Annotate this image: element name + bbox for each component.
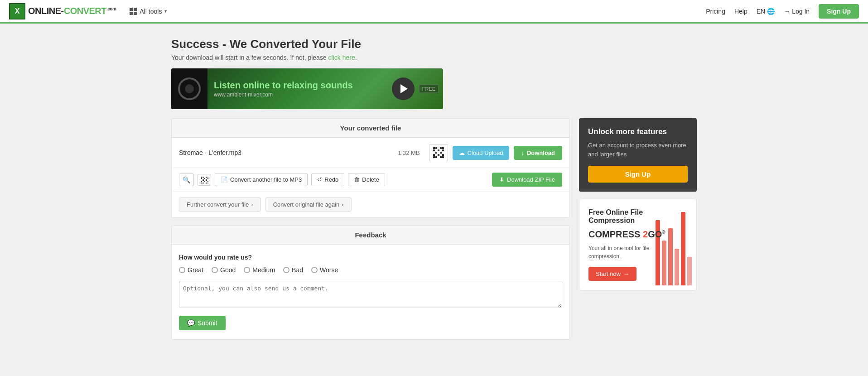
- suffix: .: [355, 54, 357, 61]
- convert-another-button[interactable]: 📄 Convert another file to MP3: [215, 173, 308, 186]
- rating-great-label: Great: [188, 266, 203, 274]
- submit-label: Submit: [198, 319, 217, 327]
- all-tools-label: All tools: [140, 8, 162, 15]
- download-zip-button[interactable]: ⬇ Download ZIP File: [492, 173, 562, 187]
- download-arrow-icon: ↓: [521, 149, 524, 156]
- compress-ad-title: Free Online File Compression: [588, 208, 687, 225]
- rating-bad-label: Bad: [292, 266, 303, 274]
- compress-ad-inner: Free Online File Compression COMPRESS 2G…: [579, 199, 696, 290]
- further-convert-button[interactable]: Further convert your file ›: [179, 197, 261, 212]
- delete-button[interactable]: 🗑 Delete: [348, 173, 385, 186]
- redo-label: Redo: [324, 176, 338, 183]
- chevron-down-icon: ▾: [164, 9, 167, 14]
- radio-great: [179, 267, 185, 273]
- further-convert-label: Further convert your file: [187, 201, 249, 208]
- further-convert-row: Further convert your file › Convert orig…: [172, 192, 569, 217]
- convert-another-label: Convert another file to MP3: [230, 176, 302, 183]
- ad-text-area: Listen online to relaxing sounds www.amb…: [207, 76, 387, 102]
- language-label: EN: [757, 8, 765, 15]
- delete-label: Delete: [362, 176, 379, 183]
- signup-button[interactable]: Sign Up: [819, 4, 859, 19]
- trash-icon: 🗑: [354, 176, 360, 183]
- ad-speaker-icon: [171, 68, 207, 109]
- compress-ad: Free Online File Compression COMPRESS 2G…: [579, 199, 697, 290]
- convert-again-arrow-icon: ›: [342, 201, 343, 208]
- rating-option-worse[interactable]: Worse: [311, 266, 338, 274]
- main-layout: Your converted file Stromae - L'enfer.mp…: [171, 118, 697, 340]
- unlock-signup-button[interactable]: Sign Up: [588, 166, 688, 183]
- download-button[interactable]: ↓ Download: [514, 146, 562, 160]
- all-tools-button[interactable]: All tools ▾: [125, 5, 171, 18]
- radio-medium: [244, 267, 250, 273]
- redo-icon: ↺: [317, 176, 322, 183]
- grid-icon: [130, 8, 137, 15]
- login-button[interactable]: → Log In: [784, 8, 810, 15]
- file-icon: 📄: [221, 176, 228, 183]
- compress-bar-6: [687, 257, 692, 285]
- qr-small-button[interactable]: [198, 174, 211, 186]
- search-icon: 🔍: [183, 176, 190, 183]
- submit-button[interactable]: 💬 Submit: [179, 316, 226, 330]
- ad-play-button[interactable]: [392, 77, 415, 100]
- comment-icon: 💬: [187, 319, 195, 327]
- rating-option-medium[interactable]: Medium: [244, 266, 275, 274]
- radio-good: [212, 267, 218, 273]
- cloud-upload-label: Cloud Upload: [468, 149, 503, 156]
- radio-worse: [311, 267, 318, 273]
- help-link[interactable]: Help: [734, 8, 747, 15]
- rating-worse-label: Worse: [320, 266, 338, 274]
- rating-medium-label: Medium: [252, 266, 275, 274]
- convert-again-button[interactable]: Convert original file again ›: [265, 197, 352, 212]
- compress-reg: ®: [662, 230, 665, 235]
- pricing-link[interactable]: Pricing: [706, 8, 725, 15]
- file-info-row: Stromae - L'enfer.mp3 1.32 MB ☁: [172, 138, 569, 168]
- feedback-header: Feedback: [172, 226, 569, 245]
- ad-main-text: Listen online to relaxing sounds: [214, 80, 381, 91]
- ad-free-badge: FREE: [419, 85, 439, 93]
- compress-bar-4: [675, 249, 679, 285]
- header-right: Pricing Help EN 🌐 → Log In Sign Up: [706, 4, 859, 19]
- unlock-title: Unlock more features: [588, 127, 688, 136]
- file-size: 1.32 MB: [398, 149, 420, 156]
- login-arrow-icon: →: [784, 8, 790, 15]
- converted-file-header: Your converted file: [172, 119, 569, 138]
- search-button[interactable]: 🔍: [179, 174, 194, 186]
- radio-bad: [283, 267, 289, 273]
- rating-options: Great Good Medium Bad: [179, 266, 562, 274]
- logo-area: X ONLINE-CONVERT.com: [9, 3, 116, 19]
- convert-again-label: Convert original file again: [273, 201, 340, 208]
- cloud-upload-button[interactable]: ☁ Cloud Upload: [453, 146, 510, 160]
- language-button[interactable]: EN 🌐: [757, 8, 775, 15]
- compress-ad-desc: Your all in one tool for file compressio…: [588, 244, 661, 260]
- left-column: Your converted file Stromae - L'enfer.mp…: [171, 118, 570, 340]
- rating-option-bad[interactable]: Bad: [283, 266, 303, 274]
- page-title: Success - We Converted Your File: [171, 37, 697, 51]
- comment-textarea[interactable]: [179, 281, 562, 308]
- unlock-desc: Get an account to process even more and …: [588, 141, 688, 159]
- cloud-icon: ☁: [459, 149, 465, 156]
- qr-small-icon: [201, 177, 207, 183]
- ad-text2: sounds: [318, 80, 353, 90]
- ad-url: www.ambient-mixer.com: [214, 92, 381, 98]
- speaker-inner: [185, 84, 194, 93]
- rating-good-label: Good: [220, 266, 236, 274]
- logo-text: ONLINE-CONVERT.com: [28, 6, 116, 16]
- rating-option-good[interactable]: Good: [212, 266, 236, 274]
- compress-logo-text: COMPRESS 2GO®: [588, 229, 665, 239]
- compress-logo: COMPRESS 2GO®: [588, 229, 687, 240]
- speaker-cone: [178, 77, 201, 100]
- qr-icon: [433, 147, 444, 158]
- further-arrow-icon: ›: [251, 201, 253, 208]
- compress-cta-button[interactable]: Start now →: [588, 267, 637, 281]
- page-content: Success - We Converted Your File Your do…: [162, 24, 706, 353]
- click-here-link[interactable]: click here: [328, 54, 355, 61]
- rating-option-great[interactable]: Great: [179, 266, 203, 274]
- redo-button[interactable]: ↺ Redo: [311, 173, 344, 186]
- right-sidebar: Unlock more features Get an account to p…: [579, 118, 697, 290]
- page-subtitle: Your download will start in a few second…: [171, 54, 697, 61]
- compress-logo-num: 2: [643, 229, 648, 239]
- qr-code-button[interactable]: [429, 144, 448, 161]
- converted-file-panel: Your converted file Stromae - L'enfer.mp…: [171, 118, 570, 218]
- compress-cta-label: Start now: [596, 270, 621, 277]
- download-label: Download: [527, 149, 555, 156]
